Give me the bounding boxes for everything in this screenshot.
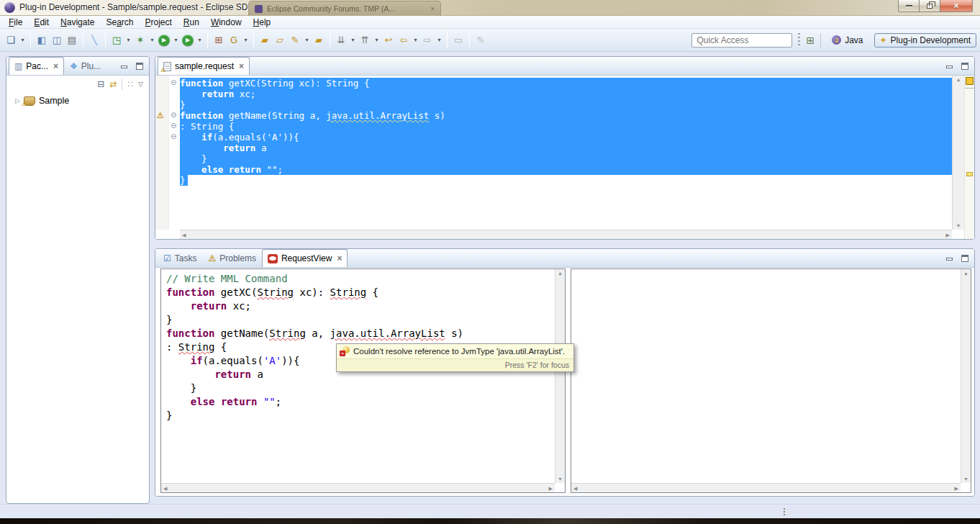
run-button[interactable]: ▶ [158, 35, 170, 46]
fold-collapse-icon[interactable]: ⊖ [171, 131, 176, 142]
code-line[interactable]: } [166, 409, 555, 423]
generate-artifacts-button[interactable]: G [227, 32, 241, 48]
new-plugin-project-button[interactable]: ⊞ [212, 32, 226, 48]
next-annotation-dropdown[interactable] [349, 32, 357, 48]
close-window-button[interactable]: × [940, 0, 973, 12]
code-line[interactable]: : String { [180, 121, 952, 132]
minimize-view-button[interactable] [119, 60, 129, 70]
run-dropdown[interactable] [172, 32, 180, 48]
code-line[interactable]: else return ""; [180, 164, 952, 175]
tab-sample-request[interactable]: ⚠ sample.request × [158, 57, 250, 75]
fold-ruler[interactable]: ⊖⊖⊖⊖ [168, 76, 180, 230]
forward-button[interactable]: ⇨ [420, 32, 435, 48]
previous-annotation-button[interactable]: ⇈ [358, 32, 372, 48]
debug-dropdown[interactable] [148, 32, 156, 48]
restore-window-button[interactable] [920, 0, 940, 12]
vertical-scrollbar[interactable]: ▲ ▼ [555, 269, 565, 483]
scroll-up-icon[interactable]: ▲ [558, 271, 563, 276]
search-tools-dropdown[interactable] [303, 32, 311, 48]
background-browser-tab[interactable]: Eclipse Community Forums: TMP (A... × [248, 1, 441, 16]
close-icon[interactable]: × [52, 61, 58, 71]
code-line[interactable]: return xc; [166, 299, 555, 313]
link-with-editor-button[interactable]: ⇄ [109, 79, 117, 89]
scroll-left-icon[interactable]: ◀ [573, 486, 577, 491]
forward-dropdown[interactable] [435, 32, 443, 48]
code-line[interactable]: // Write MML Command [166, 272, 555, 286]
tab-requestview[interactable]: RequestView × [262, 249, 348, 267]
editor-horizontal-scrollbar[interactable]: ◀ ▶ [180, 230, 952, 240]
code-line[interactable]: } [166, 381, 555, 395]
code-line[interactable]: function getName(String a, java.util.Arr… [180, 110, 952, 121]
plugin-development-perspective-button[interactable]: ✦ Plug-in Development [874, 33, 976, 48]
close-icon[interactable]: × [237, 61, 244, 71]
tree-item-sample-project[interactable]: ▷ ⚠ Sample [6, 93, 149, 106]
maximize-view-button[interactable] [960, 60, 970, 70]
save-button[interactable]: ◧ [35, 32, 49, 48]
maximize-view-button[interactable] [135, 60, 145, 70]
vertical-scrollbar[interactable]: ▲ ▼ [961, 269, 971, 483]
scroll-down-icon[interactable]: ▼ [558, 476, 563, 482]
scroll-down-icon[interactable]: ▼ [956, 223, 961, 228]
minimize-view-button[interactable] [944, 60, 954, 70]
scroll-down-icon[interactable]: ▼ [963, 476, 968, 482]
expand-arrow-icon[interactable]: ▷ [15, 97, 20, 104]
view-menu-button[interactable]: ▽ [138, 81, 143, 88]
scroll-left-icon[interactable]: ◀ [182, 232, 186, 238]
run-last-tool-dropdown[interactable] [124, 32, 132, 48]
code-line[interactable]: function getName(String a, java.util.Arr… [166, 327, 555, 340]
back-button[interactable]: ⇦ [396, 32, 411, 48]
debug-button[interactable]: ✶ [133, 32, 148, 48]
menu-item-navigate[interactable]: Navigate [55, 16, 100, 29]
overview-warning-button[interactable] [966, 77, 974, 85]
collapse-all-button[interactable]: ⊟ [97, 79, 104, 89]
minimize-window-button[interactable] [898, 0, 920, 12]
code-line[interactable]: } [166, 313, 555, 327]
fold-collapse-icon[interactable]: ⊖ [171, 109, 176, 120]
menu-item-file[interactable]: File [3, 16, 28, 29]
requestview-code-area[interactable]: // Write MML Commandfunction getXC(Strin… [161, 269, 555, 483]
quick-access-input[interactable] [691, 33, 792, 48]
close-icon[interactable]: × [335, 253, 342, 263]
menu-item-help[interactable]: Help [248, 16, 277, 29]
code-line[interactable]: } [180, 175, 952, 186]
fold-collapse-icon[interactable]: ⊖ [171, 120, 176, 131]
external-tools-dropdown[interactable] [196, 32, 204, 48]
java-perspective-button[interactable]: J Java [827, 34, 868, 47]
external-tools-button[interactable]: ▶ [182, 35, 194, 46]
tab-tasks[interactable]: ☑ Tasks [158, 249, 202, 267]
scroll-right-icon[interactable]: ▶ [955, 486, 958, 491]
pin-editor-button[interactable]: ▭ [451, 32, 466, 48]
minimize-view-button[interactable] [944, 253, 954, 262]
menu-item-edit[interactable]: Edit [28, 16, 55, 29]
code-line[interactable]: function getXC(String xc): String { [166, 286, 555, 299]
code-line[interactable]: if(a.equals('A')){ [180, 132, 952, 143]
open-task-button[interactable]: ▰ [312, 32, 326, 48]
next-annotation-button[interactable]: ⇊ [334, 32, 348, 48]
menu-item-search[interactable]: Search [100, 16, 139, 29]
annotation-ruler[interactable]: ⚠ [155, 76, 168, 230]
code-line[interactable]: function getXC(String xc): String { [180, 78, 952, 89]
overview-warning-marker[interactable] [966, 172, 973, 176]
overview-ruler[interactable] [964, 76, 974, 240]
open-resource-button[interactable]: ▱ [273, 32, 287, 48]
new-wizard-button[interactable]: ❑ [4, 32, 18, 48]
editor-vertical-scrollbar[interactable]: ▲ ▼ [952, 76, 964, 230]
menu-item-project[interactable]: Project [139, 16, 177, 29]
horizontal-scrollbar[interactable]: ◀ ▶ [161, 483, 555, 492]
new-wizard-dropdown[interactable] [19, 32, 27, 48]
maximize-view-button[interactable] [960, 253, 970, 262]
code-line[interactable]: } [180, 153, 952, 164]
code-line[interactable]: return xc; [180, 89, 952, 99]
fold-collapse-icon[interactable]: ⊖ [171, 77, 176, 88]
editor-text-area[interactable]: function getXC(String xc): String { retu… [180, 76, 952, 230]
scroll-left-icon[interactable]: ◀ [163, 486, 167, 491]
code-line[interactable]: return a [180, 143, 952, 153]
title-bar[interactable]: Plug-in Development - Sample/sample.requ… [0, 0, 980, 16]
format-button[interactable]: ✎ [473, 32, 488, 48]
run-last-tool-button[interactable]: ◳ [109, 32, 124, 48]
scroll-right-icon[interactable]: ▶ [946, 232, 950, 238]
tab-problems[interactable]: ⚠ Problems [202, 249, 261, 267]
print-button[interactable]: ▤ [65, 32, 79, 48]
slash-tool-button[interactable]: ╲ [87, 32, 101, 48]
tab-plugins[interactable]: ❖ Plu... [64, 57, 106, 75]
